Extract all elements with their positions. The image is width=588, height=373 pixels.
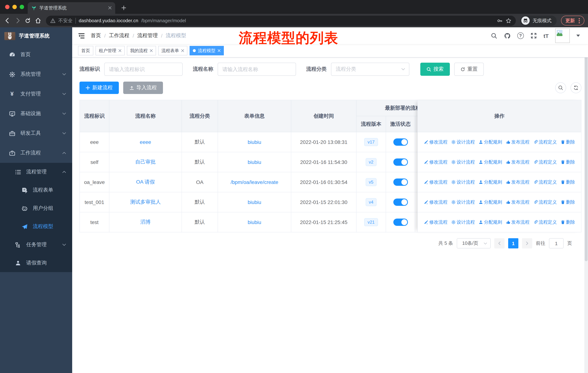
- action-deploy-link[interactable]: 发布流程: [506, 139, 529, 145]
- browser-menu-icon[interactable]: [578, 18, 580, 23]
- process-name-input[interactable]: [218, 63, 296, 76]
- tag-my-process[interactable]: 我的流程: [127, 46, 156, 55]
- bookmark-star-icon[interactable]: [506, 18, 511, 23]
- active-switch[interactable]: [393, 138, 408, 146]
- active-switch[interactable]: [393, 199, 408, 206]
- action-design-link[interactable]: 设计流程: [451, 179, 475, 185]
- close-icon[interactable]: [118, 49, 121, 52]
- reload-icon[interactable]: [24, 17, 31, 24]
- action-delete-link[interactable]: 删除: [560, 179, 575, 185]
- page-size-select[interactable]: 10条/页: [457, 238, 491, 248]
- action-deploy-link[interactable]: 发布流程: [506, 219, 529, 225]
- action-definition-link[interactable]: 流程定义: [533, 139, 557, 145]
- sidebar-item-devtools[interactable]: 研发工具: [0, 123, 72, 143]
- tab-close-icon[interactable]: [108, 5, 112, 10]
- close-icon[interactable]: [150, 49, 153, 52]
- collapse-sidebar-icon[interactable]: [78, 32, 85, 39]
- search-icon[interactable]: [491, 32, 497, 39]
- breadcrumb-item[interactable]: 流程管理: [137, 32, 158, 39]
- sidebar-item-infra[interactable]: 基础设施: [0, 104, 72, 123]
- back-icon[interactable]: [4, 17, 11, 24]
- close-icon[interactable]: [218, 49, 220, 52]
- import-process-button[interactable]: 导入流程: [123, 81, 163, 94]
- model-name-link[interactable]: 自己审批: [135, 159, 156, 165]
- close-window-button[interactable]: [5, 5, 10, 9]
- active-switch[interactable]: [393, 159, 408, 166]
- next-page-button[interactable]: [522, 238, 532, 248]
- breadcrumb-item[interactable]: 工作流程: [109, 32, 129, 39]
- category-select[interactable]: 流程分类: [331, 63, 409, 76]
- action-definition-link[interactable]: 流程定义: [533, 219, 557, 225]
- action-assign-link[interactable]: 分配规则: [478, 159, 502, 165]
- action-deploy-link[interactable]: 发布流程: [506, 159, 529, 165]
- form-link[interactable]: /bpm/oa/leave/create: [231, 179, 278, 185]
- page-scrollbar[interactable]: [584, 27, 588, 373]
- sidebar-item-system[interactable]: 系统管理: [0, 64, 72, 84]
- process-key-input[interactable]: [104, 63, 183, 76]
- action-delete-link[interactable]: 删除: [560, 159, 575, 165]
- action-definition-link[interactable]: 流程定义: [533, 179, 557, 185]
- tag-process-form[interactable]: 流程表单: [158, 46, 187, 55]
- update-button[interactable]: 更新: [561, 16, 584, 26]
- action-definition-link[interactable]: 流程定义: [533, 159, 557, 165]
- action-assign-link[interactable]: 分配规则: [478, 179, 502, 185]
- sidebar-item-home[interactable]: 首页: [0, 45, 72, 64]
- action-modify-link[interactable]: 修改流程: [424, 199, 447, 205]
- sidebar-item-leave-query[interactable]: 请假查询: [0, 254, 72, 272]
- minimize-window-button[interactable]: [12, 5, 17, 9]
- form-link[interactable]: biubiu: [248, 199, 261, 205]
- font-size-icon[interactable]: tT: [544, 33, 549, 39]
- create-process-button[interactable]: 新建流程: [79, 81, 119, 94]
- model-name-link[interactable]: 滔博: [140, 219, 151, 225]
- reset-button[interactable]: 重置: [454, 63, 484, 76]
- search-button[interactable]: 搜索: [420, 63, 450, 76]
- sidebar-item-process-mgmt[interactable]: 流程管理: [0, 163, 72, 181]
- action-deploy-link[interactable]: 发布流程: [506, 179, 529, 185]
- tag-tenant[interactable]: 租户管理: [95, 46, 125, 55]
- tag-home[interactable]: 首页: [78, 46, 93, 55]
- action-delete-link[interactable]: 删除: [560, 199, 575, 205]
- prev-page-button[interactable]: [494, 238, 504, 248]
- key-icon[interactable]: [497, 18, 503, 23]
- toggle-search-icon[interactable]: [555, 82, 566, 93]
- close-icon[interactable]: [181, 49, 184, 52]
- sidebar-item-process-model[interactable]: 流程模型: [0, 217, 72, 236]
- action-modify-link[interactable]: 修改流程: [424, 159, 447, 165]
- app-logo-row[interactable]: 芋道管理系统: [0, 27, 72, 45]
- action-delete-link[interactable]: 删除: [560, 219, 575, 225]
- sidebar-item-task-mgmt[interactable]: 任务管理: [0, 236, 72, 254]
- goto-page-input[interactable]: [549, 238, 564, 248]
- active-switch[interactable]: [393, 179, 408, 186]
- maximize-window-button[interactable]: [20, 5, 24, 9]
- action-design-link[interactable]: 设计流程: [451, 199, 475, 205]
- page-1-button[interactable]: 1: [508, 238, 518, 248]
- active-switch[interactable]: [393, 219, 408, 226]
- sidebar-item-workflow[interactable]: 工作流程: [0, 143, 72, 163]
- security-label[interactable]: 不安全: [58, 17, 73, 24]
- action-delete-link[interactable]: 删除: [560, 139, 575, 145]
- avatar-caret-icon[interactable]: [576, 35, 580, 37]
- help-icon[interactable]: ?: [517, 32, 524, 39]
- action-design-link[interactable]: 设计流程: [451, 219, 475, 225]
- update-label[interactable]: 更新: [565, 17, 575, 24]
- action-assign-link[interactable]: 分配规则: [478, 219, 502, 225]
- action-design-link[interactable]: 设计流程: [451, 159, 475, 165]
- action-modify-link[interactable]: 修改流程: [424, 219, 447, 225]
- new-tab-button[interactable]: [119, 3, 128, 12]
- action-modify-link[interactable]: 修改流程: [424, 179, 447, 185]
- sidebar-item-payment[interactable]: ¥ 支付管理: [0, 84, 72, 104]
- avatar[interactable]: [555, 28, 570, 43]
- refresh-icon[interactable]: [570, 82, 581, 93]
- model-name-link[interactable]: OA 请假: [136, 179, 155, 185]
- home-icon[interactable]: [34, 17, 42, 24]
- action-design-link[interactable]: 设计流程: [451, 139, 475, 145]
- model-name-link[interactable]: eeee: [140, 139, 151, 145]
- breadcrumb-item[interactable]: 首页: [91, 32, 101, 39]
- action-assign-link[interactable]: 分配规则: [478, 139, 502, 145]
- action-modify-link[interactable]: 修改流程: [424, 139, 447, 145]
- sidebar-item-user-group[interactable]: 用户分组: [0, 199, 72, 217]
- fullscreen-icon[interactable]: [530, 32, 537, 39]
- model-name-link[interactable]: 测试多审批人: [130, 199, 161, 205]
- action-deploy-link[interactable]: 发布流程: [506, 199, 529, 205]
- action-assign-link[interactable]: 分配规则: [478, 199, 502, 205]
